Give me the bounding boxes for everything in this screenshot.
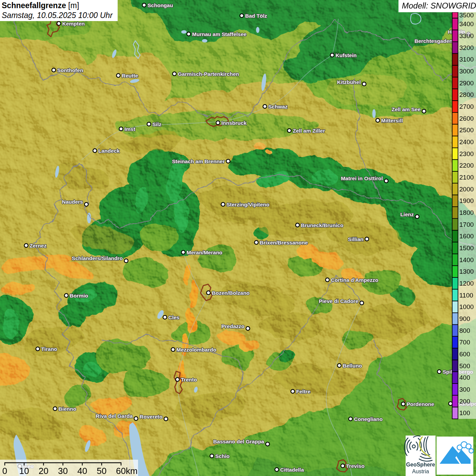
city-label: Berchtesgaden xyxy=(414,38,453,44)
city-label: Predazzo xyxy=(221,323,244,329)
city-label: Bruneck/Brunico xyxy=(301,222,343,228)
city-label: Cortina d'Ampezzo xyxy=(331,277,378,283)
legend-tick-label: 3200 xyxy=(459,44,474,51)
city-label: Sterzing/Vipiteno xyxy=(226,202,269,207)
lake-tegernsee xyxy=(256,27,259,33)
legend-segment-3300 xyxy=(452,30,458,42)
city-mezzolombardo: Mezzolombardo xyxy=(171,347,216,353)
city-label: Garmisch-Partenkirchen xyxy=(178,71,239,77)
legend-tick-label: 3500 xyxy=(459,12,474,19)
legend-tick-label: 300 xyxy=(459,386,470,393)
legend-segment-2300 xyxy=(452,148,458,160)
city-marker xyxy=(246,326,250,330)
legend-tick-label: 1900 xyxy=(459,197,474,204)
city-marker xyxy=(266,442,269,446)
city-label: Sonthofen xyxy=(57,67,83,73)
legend-segment-2700 xyxy=(452,101,458,113)
legend-tick-label: 900 xyxy=(459,315,470,322)
city-marker xyxy=(53,407,57,410)
city-label: Landeck xyxy=(98,148,120,154)
legend-tick-label: 200 xyxy=(459,398,470,405)
city-marker xyxy=(341,464,344,468)
legend-tick-label: 1700 xyxy=(459,221,474,228)
model-label: Modell: SNOWGRID xyxy=(402,1,476,10)
legend-segment-600 xyxy=(452,348,458,360)
city-label: Trento xyxy=(181,377,197,382)
legend-segment-2000 xyxy=(452,183,458,195)
legend-tick-label: 1400 xyxy=(459,256,474,264)
city-label: Zell am Ziller xyxy=(293,128,325,134)
map-title: Schneefallgrenze [m] xyxy=(2,1,116,11)
city-label: Mittersill xyxy=(381,118,403,123)
city-marker xyxy=(52,68,55,72)
city-berchtesgaden: Berchtesgaden xyxy=(414,38,458,44)
mountain-cloud-logo xyxy=(437,437,474,475)
city-label: Brixen/Bressanone xyxy=(260,240,308,245)
scale-label: 60km xyxy=(116,466,138,476)
legend-tick-label: 3300 xyxy=(459,32,474,39)
legend-segment-3000 xyxy=(452,65,458,77)
city-label: Feltre xyxy=(296,389,311,394)
city-label: Bienno xyxy=(58,406,76,412)
city-marker xyxy=(348,417,352,421)
city-marker xyxy=(240,14,243,17)
legend-segment-200 xyxy=(452,395,458,407)
scale-label: 50 xyxy=(97,466,107,476)
city-label: Sillian xyxy=(348,236,363,242)
city-marker xyxy=(376,118,379,122)
city-marker xyxy=(437,370,441,373)
city-marker xyxy=(134,417,138,420)
legend-segment-1800 xyxy=(452,207,458,219)
city-label: Conegliano xyxy=(354,416,382,422)
scale-label: 0 xyxy=(2,466,7,476)
lake-zeller-see xyxy=(372,109,376,118)
city-label: Cles xyxy=(168,314,180,320)
model-panel: Modell: SNOWGRID xyxy=(398,0,476,12)
city-marker xyxy=(24,243,28,247)
city-marker xyxy=(181,250,185,254)
city-marker xyxy=(172,72,176,75)
city-sterzing-vipiteno: Sterzing/Vipiteno xyxy=(221,202,269,207)
legend-segment-2800 xyxy=(452,89,458,101)
city-marker xyxy=(263,104,267,108)
legend-tick-label: 400 xyxy=(459,374,470,381)
city-marker xyxy=(226,159,230,163)
scale-label: 10 xyxy=(19,466,29,476)
legend-segment-1100 xyxy=(452,289,458,301)
city-marker xyxy=(124,259,128,262)
city-label: Steinach am Brenner xyxy=(172,158,225,164)
city-conegliano: Conegliano xyxy=(348,416,382,422)
city-marker xyxy=(175,377,179,381)
city-marker xyxy=(36,347,39,351)
legend-segment-3400 xyxy=(452,18,458,30)
lake-staffelsee xyxy=(181,30,187,34)
city-marker xyxy=(206,291,210,294)
city-label: Nauders xyxy=(62,199,83,205)
legend-tick-label: 100 xyxy=(459,409,470,417)
city-marker xyxy=(287,129,291,132)
legend-segment-3100 xyxy=(452,53,458,65)
legend-segment-400 xyxy=(452,372,458,384)
city-label: Bad Tölz xyxy=(245,13,267,19)
legend-segment-900 xyxy=(452,313,458,325)
city-label: Zell am See xyxy=(392,106,421,112)
city-label: Bormio xyxy=(70,293,88,299)
city-label: Meran/Merano xyxy=(187,250,222,255)
city-marker xyxy=(291,389,294,393)
legend-segment-500 xyxy=(452,360,458,372)
city-marker xyxy=(325,278,329,282)
city-label: Schlanders/Silandro xyxy=(72,255,123,261)
city-label: Rovereto xyxy=(140,414,163,420)
city-label: Riva del Garda xyxy=(96,413,133,419)
city-marker xyxy=(171,347,175,351)
city-garmisch-partenkirchen: Garmisch-Partenkirchen xyxy=(172,71,239,77)
city-label: Treviso xyxy=(346,463,364,469)
city-marker xyxy=(365,237,369,241)
legend-segment-100 xyxy=(452,407,458,419)
city-label: Imst xyxy=(124,126,135,132)
scale-label: 20 xyxy=(39,466,49,476)
city-label: Bozen/Bolzano xyxy=(212,290,250,296)
city-label: Schwaz xyxy=(268,104,288,109)
legend-tick-label: 2200 xyxy=(459,162,474,169)
legend-segment-1500 xyxy=(452,242,458,254)
